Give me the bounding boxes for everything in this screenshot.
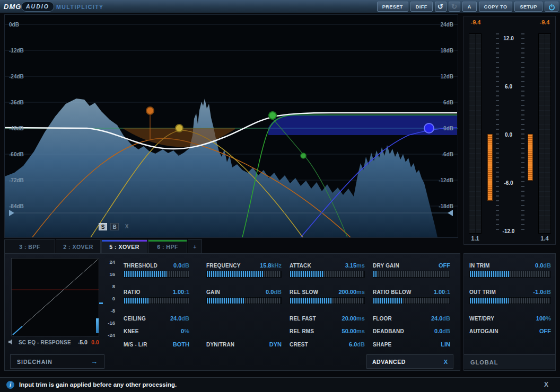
param-label: IN TRIM — [469, 263, 490, 269]
power-button[interactable] — [545, 2, 558, 12]
sidechain-eq-row[interactable]: SC EQ - RESPONSE -5.0 0.0 — [8, 338, 99, 346]
spectrum-eq-display[interactable]: 0dB -12dB -24dB -36dB -48dB -60dB -72dB … — [4, 14, 458, 238]
gain-reduction-bar-right — [528, 134, 533, 181]
dmg-logo: DMG — [4, 3, 21, 11]
param-dry-gain[interactable]: DRY GAIN OFF — [373, 262, 450, 269]
ab-compare-button[interactable]: A — [462, 2, 477, 12]
undo-icon[interactable]: ↺ — [435, 2, 447, 12]
arrow-right-icon: → — [91, 358, 98, 366]
status-bar: i Input trim is gain applied before any … — [0, 377, 560, 392]
power-icon — [548, 6, 555, 12]
param-rel-rms[interactable]: REL RMS 50.00ms — [290, 328, 365, 335]
param-autogain[interactable]: AUTOGAIN OFF — [469, 328, 551, 335]
param-value: LIN — [441, 341, 450, 348]
param-floor[interactable]: FLOOR 24.0dB — [373, 315, 450, 322]
param-frequency[interactable]: FREQUENCY 15.8kHz — [206, 262, 282, 269]
diff-button[interactable]: DIFF — [410, 2, 433, 12]
param-label: KNEE — [124, 328, 139, 334]
band4-node[interactable] — [176, 124, 183, 132]
bypass-button[interactable]: B — [110, 223, 119, 230]
dry-gain-slider[interactable] — [373, 271, 450, 278]
tab-band3-bpf[interactable]: 3 : BPF — [4, 239, 55, 253]
advanced-close-icon[interactable]: X — [444, 359, 448, 365]
left-axis-label: 0dB — [9, 22, 19, 28]
ratio-below-slider[interactable] — [373, 297, 450, 304]
param-threshold[interactable]: THRESHOLD 0.0dB — [124, 262, 189, 269]
right-axis-label: 24dB — [430, 22, 453, 28]
param-ceiling[interactable]: CEILING 24.0dB — [124, 315, 189, 322]
advanced-button[interactable]: ADVANCED X — [366, 354, 453, 369]
sidechain-button[interactable]: SIDECHAIN → — [10, 354, 104, 369]
param-ratio-below[interactable]: RATIO BELOW 1.00:1 — [373, 289, 450, 296]
sidechain-label: SIDECHAIN — [17, 359, 52, 365]
right-axis-label: -12dB — [430, 177, 453, 183]
gain-marker — [99, 302, 103, 304]
tab-band5-xover[interactable]: 5 : XOVER — [101, 239, 147, 253]
transfer-axis-label: 0 — [103, 296, 115, 301]
speaker-icon[interactable] — [8, 337, 15, 347]
sceq-response-value[interactable]: -5.0 — [78, 339, 88, 345]
eq-curves-canvas — [5, 15, 458, 237]
in-trim-slider[interactable] — [469, 271, 551, 278]
meter-value-left: 1.1 — [467, 235, 483, 242]
global-section-header[interactable]: GLOBAL — [464, 354, 555, 369]
band5-node[interactable] — [269, 112, 276, 119]
right-axis-label: 0dB — [430, 126, 453, 131]
zoom-handle-right[interactable] — [448, 210, 453, 216]
titlebar-buttons: PRESET DIFF ↺ ↻ A COPY TO SETUP — [377, 1, 558, 12]
param-ratio[interactable]: RATIO 1.00:1 — [124, 289, 189, 296]
param-knee[interactable]: KNEE 0% — [124, 328, 189, 335]
gr-readout-right: -9.4 — [534, 19, 555, 25]
param-crest[interactable]: CREST 6.0dB — [290, 341, 365, 348]
tab-band2-xover[interactable]: 2 : XOVER — [56, 239, 101, 253]
param-wet-dry[interactable]: WET/DRY 100% — [469, 315, 551, 322]
param-rel-slow[interactable]: REL SLOW 200.00ms — [290, 289, 365, 296]
redo-icon[interactable]: ↻ — [449, 2, 460, 12]
attack-slider[interactable] — [290, 271, 365, 278]
param-gain[interactable]: GAIN 0.0dB — [206, 289, 282, 296]
param-shape[interactable]: SHAPE LIN — [373, 341, 450, 348]
plugin-title: MULTIPLICITY — [56, 4, 104, 10]
plugin-window: DMG AUDIO MULTIPLICITY PRESET DIFF ↺ ↻ A… — [0, 0, 560, 392]
meter-value-right: 1.4 — [537, 235, 553, 242]
param-label: RATIO — [124, 289, 140, 295]
gain-slider[interactable] — [206, 297, 282, 304]
copy-to-button[interactable]: COPY TO — [479, 2, 513, 12]
delete-band-button[interactable]: X — [122, 223, 131, 230]
param-deadband[interactable]: DEADBAND 0.0dB — [373, 328, 450, 335]
param-dyn-tran[interactable]: DYN/TRAN DYN — [206, 341, 282, 348]
param-label: AUTOGAIN — [469, 328, 498, 334]
param-value: 6.0dB — [349, 341, 365, 348]
status-close-icon[interactable]: X — [544, 381, 548, 388]
tab-band6-hpf[interactable]: 6 : HPF — [148, 239, 187, 253]
frequency-slider[interactable] — [206, 271, 282, 278]
sceq-offset-value[interactable]: 0.0 — [91, 339, 99, 345]
solo-button[interactable]: S — [99, 223, 107, 230]
param-value: 200.00ms — [338, 289, 365, 295]
band5-xover-node[interactable] — [301, 153, 306, 158]
preset-button[interactable]: PRESET — [377, 2, 408, 12]
rel-slow-slider[interactable] — [290, 297, 365, 304]
param-rel-fast[interactable]: REL FAST 20.00ms — [290, 315, 365, 322]
meter-scale-label: 6.0 — [495, 84, 522, 90]
left-axis-label: -84dB — [9, 203, 24, 209]
param-in-trim[interactable]: IN TRIM 0.0dB — [469, 262, 551, 269]
threshold-slider[interactable] — [124, 271, 189, 278]
info-icon: i — [6, 381, 14, 389]
ratio-slider[interactable] — [124, 297, 189, 304]
band3-node[interactable] — [146, 107, 154, 114]
band6-color-stripe — [148, 240, 187, 242]
param-label: SHAPE — [373, 342, 391, 348]
param-ms-lr[interactable]: M/S - L/R BOTH — [124, 341, 189, 348]
transfer-axis-label: -16 — [103, 320, 115, 326]
transfer-axis-label: -24 — [103, 332, 115, 338]
tab-add-band[interactable]: + — [188, 239, 202, 253]
transfer-axis-label: 24 — [103, 259, 115, 265]
param-attack[interactable]: ATTACK 3.15ms — [290, 262, 365, 269]
tab-label: 2 : XOVER — [63, 244, 93, 250]
audio-logo-badge: AUDIO — [21, 2, 54, 12]
left-axis-label: -72dB — [9, 177, 24, 183]
param-out-trim[interactable]: OUT TRIM -1.0dB — [469, 289, 551, 296]
setup-button[interactable]: SETUP — [514, 2, 542, 12]
out-trim-slider[interactable] — [469, 297, 551, 304]
